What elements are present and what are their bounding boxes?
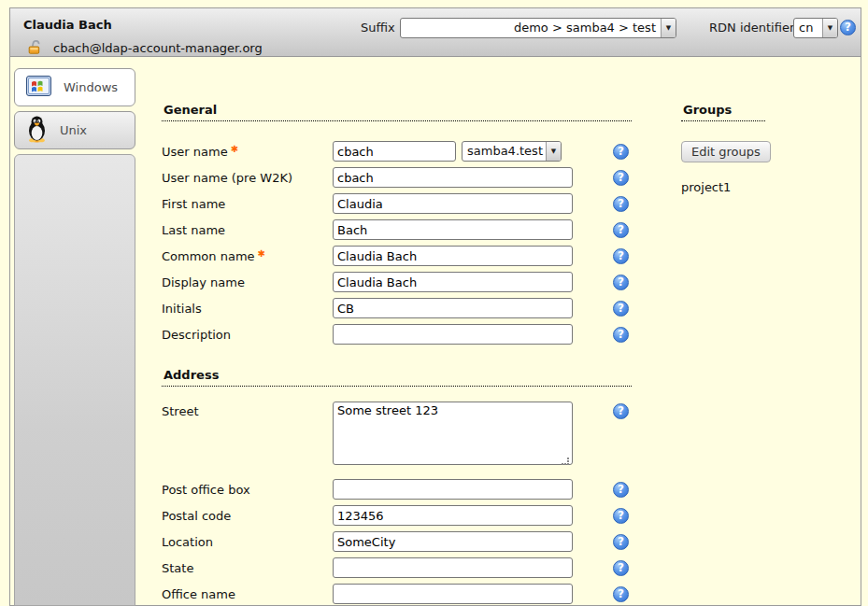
chevron-down-icon: ▼ (661, 19, 676, 37)
help-icon[interactable]: ? (613, 534, 629, 550)
street-textarea[interactable]: Some street 123 (333, 402, 573, 465)
field-row-common-name: Common name✱ ? (162, 243, 632, 269)
field-row-user-name: User name✱ samba4.test ▼ ? (162, 138, 632, 164)
help-icon[interactable]: ? (613, 275, 629, 290)
display-name-input[interactable] (333, 272, 573, 292)
rdn-select-value: cn (794, 19, 822, 37)
domain-select-value: samba4.test (462, 142, 546, 161)
pre-w2k-input[interactable] (333, 167, 573, 188)
state-input[interactable] (333, 557, 573, 578)
windows-module-content: General User name✱ samba4.test ▼ ? User … (147, 58, 861, 605)
field-row-last-name: Last name ? (162, 217, 632, 243)
rdn-select[interactable]: cn ▼ (793, 18, 838, 38)
groups-panel: Groups Edit groups project1 (681, 103, 803, 194)
help-icon[interactable]: ? (613, 560, 629, 576)
field-row-first-name: First name ? (162, 190, 632, 217)
first-name-input[interactable] (333, 193, 573, 214)
help-icon[interactable]: ? (613, 403, 629, 419)
field-label: Location (162, 535, 333, 549)
suffix-label: Suffix (361, 21, 395, 35)
field-row-location: Location ? (162, 528, 632, 555)
titlebar: Claudia Bach Suffix demo > samba4 > test… (10, 8, 861, 57)
unlocked-padlock-icon (27, 39, 43, 58)
account-title: Claudia Bach (23, 18, 112, 32)
field-label: First name (162, 197, 333, 211)
field-row-pre-w2k: User name (pre W2K) ? (162, 164, 632, 190)
field-label: User name✱ (162, 144, 333, 159)
field-label: State (162, 561, 333, 575)
suffix-select[interactable]: demo > samba4 > test ▼ (400, 18, 676, 38)
help-icon[interactable]: ? (613, 301, 629, 317)
account-edit-window: Claudia Bach Suffix demo > samba4 > test… (9, 7, 861, 606)
tab-unix[interactable]: Unix (14, 111, 135, 149)
field-row-postal-code: Postal code ? (162, 502, 632, 528)
chevron-down-icon: ▼ (822, 19, 837, 37)
help-icon[interactable]: ? (613, 248, 629, 264)
account-dn: cbach@ldap-account-manager.org (53, 41, 263, 55)
general-section-heading: General (162, 103, 632, 121)
tab-unix-label: Unix (60, 123, 87, 137)
field-label: User name (pre W2K) (162, 171, 333, 185)
help-icon[interactable]: ? (613, 144, 629, 160)
help-icon[interactable]: ? (613, 482, 629, 498)
help-icon[interactable]: ? (613, 222, 629, 238)
tab-windows-label: Windows (64, 80, 118, 94)
field-label: Display name (162, 275, 333, 289)
edit-groups-button[interactable]: Edit groups (681, 141, 771, 162)
field-row-post-office-box: Post office box ? (162, 476, 632, 502)
windows-logo-icon (26, 76, 51, 99)
postal-code-input[interactable] (333, 505, 573, 526)
common-name-input[interactable] (333, 246, 573, 266)
field-label: Office name (162, 587, 333, 601)
field-row-display-name: Display name ? (162, 269, 632, 295)
help-icon[interactable]: ? (613, 508, 629, 524)
help-icon[interactable]: ? (613, 196, 629, 212)
tab-windows[interactable]: Windows (14, 68, 135, 106)
field-row-description: Description ? (162, 321, 632, 347)
suffix-select-value: demo > samba4 > test (401, 19, 661, 37)
field-label: Initials (162, 302, 333, 316)
description-input[interactable] (333, 324, 573, 345)
domain-select[interactable]: samba4.test ▼ (462, 141, 562, 162)
field-row-street: Street Some street 123 ? (162, 402, 632, 476)
group-member: project1 (681, 180, 803, 194)
field-label: Last name (162, 223, 333, 237)
chevron-down-icon: ▼ (546, 142, 561, 161)
address-section-heading: Address (162, 368, 632, 387)
office-name-input[interactable] (333, 584, 573, 604)
field-row-state: State ? (162, 555, 632, 581)
body: Windows (10, 58, 861, 605)
help-icon[interactable]: ? (840, 20, 856, 35)
location-input[interactable] (333, 531, 573, 552)
required-asterisk-icon: ✱ (231, 144, 238, 154)
field-label: Postal code (162, 509, 333, 523)
initials-input[interactable] (333, 298, 573, 318)
field-label: Street (162, 402, 333, 418)
help-icon[interactable]: ? (613, 327, 629, 343)
post-office-box-input[interactable] (333, 479, 573, 500)
field-label: Common name✱ (162, 248, 333, 263)
tab-strip-filler (14, 154, 135, 606)
field-row-initials: Initials ? (162, 295, 632, 321)
last-name-input[interactable] (333, 219, 573, 240)
required-asterisk-icon: ✱ (258, 248, 265, 259)
field-row-office-name: Office name ? (162, 581, 632, 606)
field-label: Post office box (162, 483, 333, 497)
groups-section-heading: Groups (681, 103, 765, 121)
rdn-identifier-label: RDN identifier (709, 21, 794, 35)
user-name-input[interactable] (333, 141, 456, 162)
help-icon[interactable]: ? (613, 586, 629, 602)
field-label: Description (162, 328, 333, 342)
module-tabs: Windows (14, 68, 137, 605)
tux-penguin-icon (26, 115, 48, 146)
help-icon[interactable]: ? (613, 170, 629, 186)
